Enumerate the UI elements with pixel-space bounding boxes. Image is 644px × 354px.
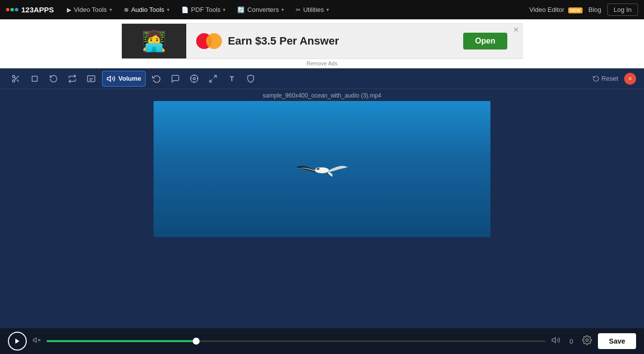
nav-audio-tools-label: Audio Tools — [131, 6, 164, 13]
nav-utilities-label: Utilities — [303, 6, 324, 13]
video-filename: sample_960x400_ocean_with_audio (3).mp4 — [263, 92, 381, 99]
subtitles-tool[interactable] — [83, 71, 99, 87]
video-player[interactable] — [154, 101, 490, 237]
top-nav: 123APPS ▶ Video Tools ▾ ≋ Audio Tools ▾ … — [0, 0, 644, 19]
converters-icon: 🔄 — [237, 6, 245, 13]
nav-pdf-tools[interactable]: 📄 PDF Tools ▾ — [176, 0, 231, 19]
chevron-down-icon-4: ▾ — [281, 7, 284, 12]
svg-line-17 — [210, 79, 212, 82]
mastercard-icon — [196, 33, 222, 49]
ad-middle: Earn $3.5 Per Answer — [186, 33, 463, 49]
svg-point-11 — [193, 77, 196, 80]
ad-open-button[interactable]: Open — [463, 33, 507, 50]
logo-dot-green — [10, 8, 14, 11]
logo[interactable]: 123APPS — [6, 5, 54, 14]
gear-icon — [582, 335, 592, 345]
loop-tool[interactable] — [149, 71, 164, 87]
video-editor-link[interactable]: Video Editor NEW — [530, 6, 583, 13]
audio-tools-icon: ≋ — [124, 6, 129, 13]
progress-fill — [47, 340, 196, 342]
video-editor-label: Video Editor — [530, 6, 565, 13]
main-area: sample_960x400_ocean_with_audio (3).mp4 — [0, 89, 644, 354]
login-button[interactable]: Log In — [607, 3, 638, 16]
ad-left-image: 👩‍💻 — [122, 24, 186, 58]
ad-text: Earn $3.5 Per Answer — [228, 35, 339, 48]
rotate-tool[interactable] — [46, 71, 61, 87]
bottom-bar: 0 Save — [0, 328, 644, 354]
logo-dot-red — [6, 8, 9, 11]
svg-line-4 — [14, 77, 16, 79]
new-badge: NEW — [568, 7, 583, 13]
close-icon: × — [628, 75, 632, 82]
volume-icon-svg — [551, 336, 560, 345]
chevron-down-icon: ▾ — [109, 7, 112, 12]
svg-point-0 — [12, 75, 15, 78]
close-button[interactable]: × — [624, 73, 636, 85]
nav-video-tools[interactable]: ▶ Video Tools ▾ — [62, 0, 117, 19]
nav-converters[interactable]: 🔄 Converters ▾ — [232, 0, 289, 19]
cut-tool[interactable] — [8, 71, 24, 87]
toolbar: Volume T Res — [0, 68, 644, 89]
watermark-tool[interactable] — [243, 71, 259, 87]
logo-text: 123APPS — [21, 5, 54, 14]
video-background — [154, 101, 490, 237]
svg-marker-25 — [552, 338, 556, 343]
play-icon — [14, 338, 21, 345]
mute-icon[interactable] — [33, 336, 41, 346]
reset-button[interactable]: Reset — [592, 75, 618, 82]
svg-point-20 — [317, 167, 320, 170]
play-button[interactable] — [8, 332, 27, 351]
svg-line-3 — [17, 79, 19, 81]
toolbar-right: Reset × — [592, 73, 636, 85]
volume-tool-label: Volume — [118, 75, 141, 82]
blog-link[interactable]: Blog — [589, 6, 601, 13]
chevron-down-icon-3: ▾ — [223, 7, 225, 12]
nav-audio-tools[interactable]: ≋ Audio Tools ▾ — [119, 0, 174, 19]
logo-dots — [6, 8, 18, 11]
svg-rect-5 — [32, 76, 38, 81]
text-tool[interactable]: T — [224, 71, 240, 87]
crop-tool[interactable] — [27, 71, 43, 87]
svg-marker-21 — [15, 339, 19, 344]
volume-off-icon — [33, 336, 41, 344]
video-tools-icon: ▶ — [67, 6, 71, 13]
nav-pdf-tools-label: PDF Tools — [191, 6, 221, 13]
stabilize-tool[interactable] — [186, 71, 202, 87]
flip-tool[interactable] — [64, 71, 80, 87]
nav-video-tools-label: Video Tools — [74, 6, 107, 13]
ad-close-icon[interactable]: ✕ — [513, 26, 519, 34]
mc-circle-orange — [206, 33, 222, 49]
volume-right-icon[interactable] — [551, 336, 560, 347]
nav-right: Video Editor NEW Blog Log In — [530, 3, 638, 16]
utilities-icon: ✂ — [296, 6, 301, 13]
volume-tool[interactable]: Volume — [102, 71, 146, 87]
svg-marker-9 — [107, 76, 111, 81]
progress-bar[interactable] — [47, 340, 545, 342]
settings-icon[interactable] — [582, 335, 592, 348]
svg-marker-22 — [33, 338, 36, 342]
speech-tool[interactable] — [167, 71, 183, 87]
remove-ads-link[interactable]: Remove Ads — [307, 60, 337, 66]
nav-converters-label: Converters — [247, 6, 279, 13]
save-button[interactable]: Save — [598, 333, 636, 349]
bird-image — [292, 150, 352, 189]
volume-value: 0 — [566, 338, 576, 345]
svg-point-26 — [586, 339, 589, 341]
pdf-tools-icon: 📄 — [181, 6, 189, 13]
ad-inner: ✕ 👩‍💻 Earn $3.5 Per Answer Open — [121, 23, 523, 59]
reset-label: Reset — [601, 75, 618, 82]
svg-point-1 — [12, 80, 15, 82]
svg-line-16 — [214, 75, 216, 78]
chevron-down-icon-5: ▾ — [326, 7, 329, 12]
chevron-down-icon-2: ▾ — [167, 7, 169, 12]
progress-thumb[interactable] — [193, 338, 200, 345]
resize-tool[interactable] — [205, 71, 221, 87]
nav-utilities[interactable]: ✂ Utilities ▾ — [291, 0, 334, 19]
ad-banner: ✕ 👩‍💻 Earn $3.5 Per Answer Open Remove A… — [0, 19, 644, 68]
logo-dot-blue — [15, 8, 18, 11]
